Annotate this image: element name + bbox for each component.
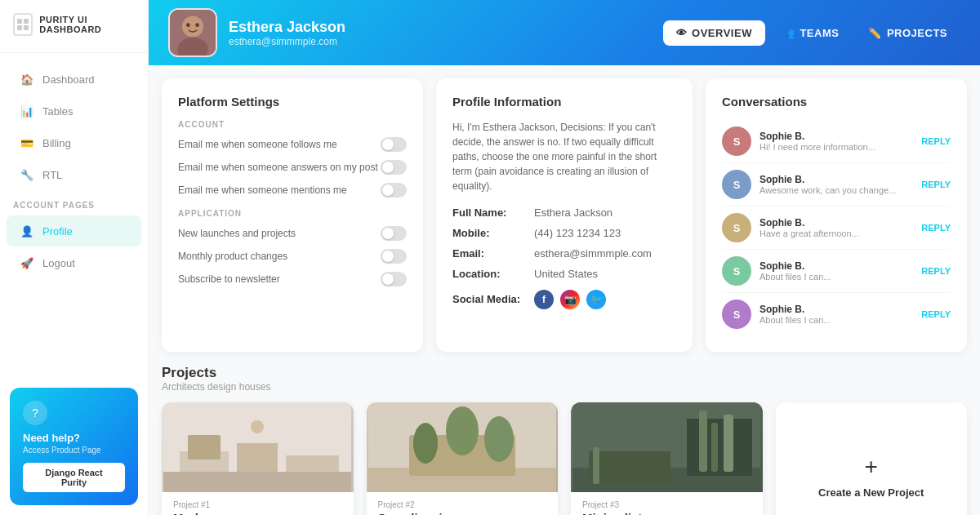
conv-name: Sophie B. [760,174,913,185]
sidebar-item-label: Dashboard [42,73,95,86]
toggle-newsletter[interactable] [381,272,407,286]
svg-point-19 [446,406,479,455]
setting-answers: Email me when someone answers on my post [178,160,407,175]
svg-rect-2 [17,25,22,30]
svg-rect-1 [24,19,29,24]
help-subtitle: Access Product Page [23,446,125,455]
avatar [168,8,217,57]
projects-subtitle: Architects design houses [162,381,967,393]
sidebar-item-profile[interactable]: 👤 Profile [7,215,141,246]
help-icon: ? [23,401,47,425]
tab-label: OVERVIEW [692,27,752,39]
twitter-icon[interactable]: 🐦 [586,290,606,309]
field-label: Email: [452,247,534,260]
reply-button-2[interactable]: REPLY [921,223,951,233]
svg-point-20 [413,423,438,464]
svg-rect-13 [163,472,351,492]
tab-overview[interactable]: 👁 OVERVIEW [663,20,765,46]
social-icons: f 📷 🐦 [534,290,606,309]
conv-info: Sophie B. Hi! I need more information... [760,131,913,152]
project-card-1: Project #2 Scandinavian [367,402,559,515]
svg-point-21 [484,416,514,462]
sidebar-item-billing[interactable]: 💳 Billing [7,127,141,158]
header-tabs: 👁 OVERVIEW 👥 TEAMS ✏️ PROJECTS [663,20,960,46]
profile-location: Location: United States [452,268,676,280]
conv-info: Sophie B. About files I can... [760,304,913,325]
project-card-0: Project #1 Modern [162,402,354,515]
field-value: esthera@simmmple.com [534,247,652,260]
project-body-2: Project #3 Minimalist [571,492,763,515]
conv-name: Sophie B. [760,131,913,142]
toggle-monthly[interactable] [381,249,407,264]
setting-label: Email me when someone mentions me [178,184,347,196]
reply-button-3[interactable]: REPLY [921,266,951,276]
project-image-2 [571,402,763,492]
conv-message: About files I can... [760,272,913,282]
reply-button-1[interactable]: REPLY [921,180,951,189]
avatar-image: S [722,300,751,329]
conv-item-0: S Sophie B. Hi! I need more information.… [722,120,951,163]
setting-label: Email me when someone follows me [178,139,337,150]
svg-rect-28 [589,451,670,484]
sidebar-item-rtl[interactable]: 🔧 RTL [7,159,141,190]
conv-item-1: S Sophie B. Awesome work, can you change… [722,163,951,206]
svg-point-5 [182,16,203,37]
help-title: Need help? [23,432,125,444]
create-label: Create a New Project [818,486,924,499]
tab-teams[interactable]: 👥 TEAMS [768,20,853,46]
sidebar: PURITY UI DASHBOARD 🏠 Dashboard 📊 Tables… [0,0,149,515]
svg-rect-27 [724,415,733,472]
profile-mobile: Mobile: (44) 123 1234 123 [452,227,676,239]
avatar-image: S [722,213,751,242]
sidebar-nav: 🏠 Dashboard 📊 Tables 💳 Billing 🔧 RTL ACC… [0,53,148,289]
conv-info: Sophie B. About files I can... [760,260,913,282]
projects-title: Projects [162,365,967,381]
sidebar-item-label: RTL [42,169,62,181]
profile-social: Social Media: f 📷 🐦 [452,288,676,309]
toggle-mentions[interactable] [381,183,407,198]
projects-header: Projects Architects design houses [162,365,967,393]
sidebar-brand: PURITY UI DASHBOARD [0,0,148,53]
conversations-title: Conversations [722,95,951,109]
projects-section: Projects Architects design houses [162,365,967,515]
main-content: Esthera Jackson esthera@simmmple.com 👁 O… [149,0,980,515]
svg-rect-14 [188,435,220,460]
instagram-icon[interactable]: 📷 [560,290,580,309]
conv-avatar: S [722,300,751,329]
project-card-2: Project #3 Minimalist [571,402,763,515]
toggle-follows[interactable] [381,137,407,152]
page-content: Platform Settings ACCOUNT Email me when … [149,65,980,515]
toggle-answers[interactable] [381,160,407,175]
field-value: Esthera Jackson [534,206,612,219]
conv-message: Hi! I need more information... [760,142,913,152]
sidebar-item-logout[interactable]: 🚀 Logout [7,247,141,278]
eye-icon: 👁 [676,27,688,39]
conv-name: Sophie B. [760,217,913,229]
billing-icon: 💳 [20,135,34,150]
plus-icon: + [865,454,878,480]
project-name: Minimalist [582,511,751,515]
conv-message: Have a great afternoon... [760,229,913,238]
conv-info: Sophie B. Awesome work, can you change..… [760,174,913,195]
facebook-icon[interactable]: f [534,290,554,309]
sidebar-item-dashboard[interactable]: 🏠 Dashboard [7,64,141,95]
reply-button-4[interactable]: REPLY [921,309,951,319]
reply-button-0[interactable]: REPLY [921,136,951,146]
setting-monthly: Monthly product changes [178,249,407,264]
tab-projects[interactable]: ✏️ PROJECTS [855,20,960,46]
svg-rect-25 [699,411,707,472]
sidebar-item-tables[interactable]: 📊 Tables [7,95,141,127]
profile-email: Email: esthera@simmmple.com [452,247,676,260]
team-icon: 👥 [782,27,795,39]
tab-label: PROJECTS [887,27,947,39]
setting-label: Subscribe to newsletter [178,273,280,285]
sidebar-item-label: Billing [42,137,71,149]
field-label: Social Media: [452,293,534,305]
project-image-0 [162,402,354,492]
help-button[interactable]: Django React Purity [23,463,125,492]
avatar-image: S [722,170,751,199]
toggle-launches[interactable] [381,226,407,241]
conv-avatar: S [722,127,751,156]
create-project-card[interactable]: + Create a New Project ⚙ [776,402,968,515]
setting-label: Email me when someone answers on my post [178,162,378,173]
